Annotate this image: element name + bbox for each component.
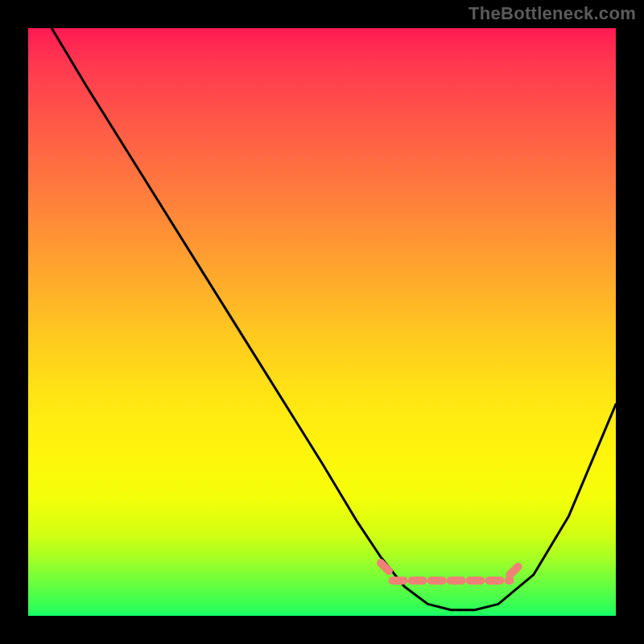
annotation-layer xyxy=(381,563,522,580)
chart-frame: TheBottleneck.com xyxy=(0,0,644,644)
flat-band-left-dash xyxy=(381,563,393,575)
main-curve xyxy=(52,28,616,610)
watermark-text: TheBottleneck.com xyxy=(469,3,636,24)
curve-svg xyxy=(28,28,616,616)
flat-band-right-dash xyxy=(510,563,522,575)
plot-area xyxy=(28,28,616,616)
